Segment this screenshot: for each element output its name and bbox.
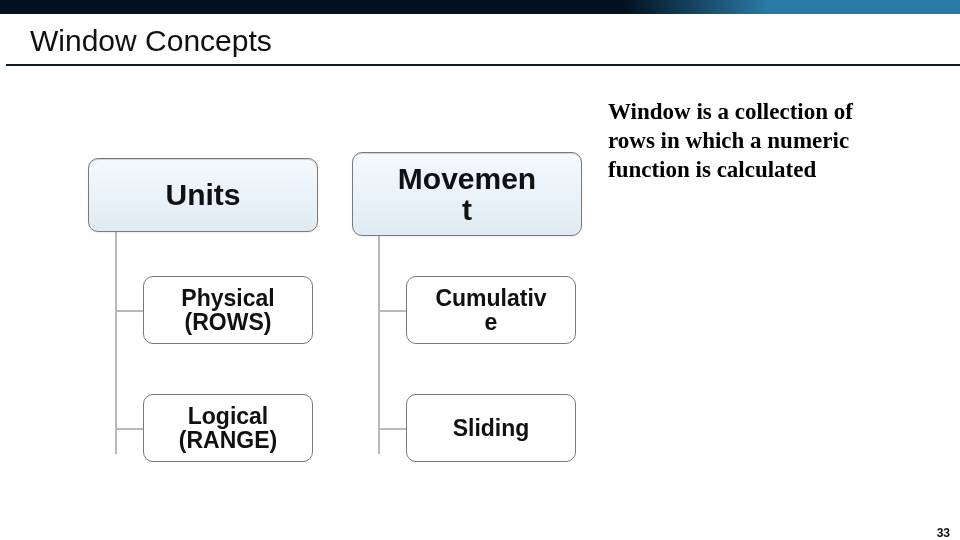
connector-branch-left-1 xyxy=(115,310,143,312)
slide-caption: Window is a collection of rows in which … xyxy=(608,98,868,184)
node-cumulative-label: Cumulativ e xyxy=(435,286,546,334)
node-units: Units xyxy=(88,158,318,232)
connector-branch-right-2 xyxy=(378,428,406,430)
node-logical-range: Logical (RANGE) xyxy=(143,394,313,462)
connector-branch-right-1 xyxy=(378,310,406,312)
diagram-stage: Units Physical (ROWS) Logical (RANGE) Mo… xyxy=(0,66,960,540)
slide-title: Window Concepts xyxy=(0,14,960,64)
node-logical-range-label: Logical (RANGE) xyxy=(150,404,306,452)
slide-top-accent xyxy=(0,0,960,14)
connector-vertical-right xyxy=(378,224,380,454)
node-movement-label: Movemen t xyxy=(398,163,536,226)
node-units-label: Units xyxy=(166,179,241,211)
page-number: 33 xyxy=(937,526,950,540)
node-sliding: Sliding xyxy=(406,394,576,462)
connector-vertical-left xyxy=(115,224,117,454)
node-physical-rows-label: Physical (ROWS) xyxy=(150,286,306,334)
node-sliding-label: Sliding xyxy=(453,416,530,440)
node-movement: Movemen t xyxy=(352,152,582,236)
connector-branch-left-2 xyxy=(115,428,143,430)
node-cumulative: Cumulativ e xyxy=(406,276,576,344)
node-physical-rows: Physical (ROWS) xyxy=(143,276,313,344)
